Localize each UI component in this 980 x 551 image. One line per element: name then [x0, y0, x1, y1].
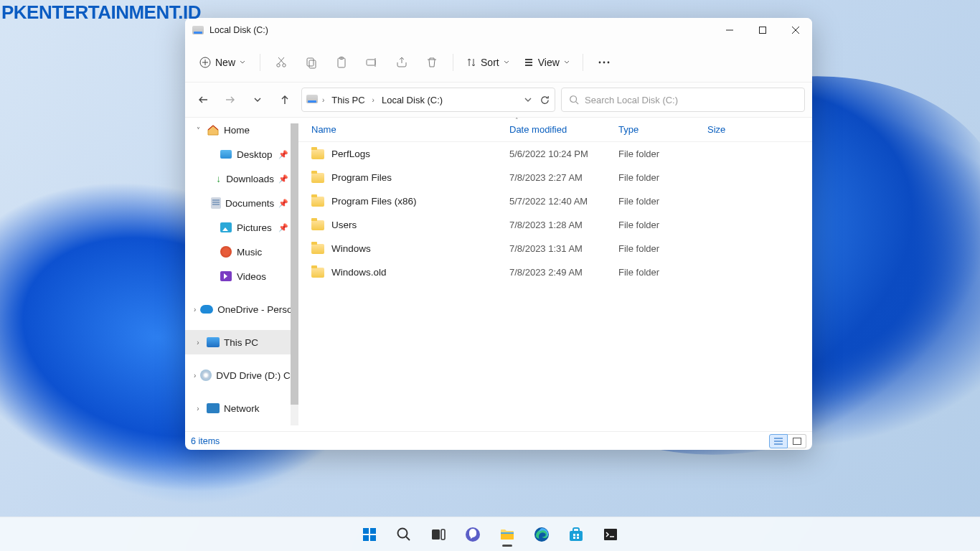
- file-row[interactable]: Windows.old7/8/2023 2:49 AMFile folder: [298, 260, 812, 284]
- taskbar-search[interactable]: [389, 520, 419, 549]
- minimize-button[interactable]: [713, 18, 746, 42]
- nav-item-desktop[interactable]: Desktop📌: [185, 142, 298, 166]
- title-bar[interactable]: Local Disk (C:): [185, 18, 812, 42]
- nav-item-label: OneDrive - Perso: [217, 304, 292, 315]
- nav-item-downloads[interactable]: ↓Downloads📌: [185, 166, 298, 191]
- thumbnails-view-button[interactable]: [788, 434, 806, 448]
- nav-item-label: Network: [224, 403, 260, 414]
- new-label: New: [215, 57, 235, 68]
- ellipsis-icon: [598, 61, 610, 64]
- svg-rect-27: [577, 534, 579, 536]
- taskbar-start[interactable]: [354, 520, 385, 549]
- svg-rect-14: [363, 528, 369, 534]
- chevron-down-icon: [564, 60, 570, 65]
- nav-item-music[interactable]: Music: [185, 240, 298, 264]
- search-icon: [396, 527, 412, 542]
- address-bar[interactable]: › This PC › Local Disk (C:): [301, 88, 555, 112]
- file-row[interactable]: Windows7/8/2023 1:31 AMFile folder: [298, 237, 812, 260]
- delete-button[interactable]: [418, 50, 446, 75]
- nav-item-onedrive-perso[interactable]: ›OneDrive - Perso: [185, 297, 298, 321]
- folder-icon: [311, 244, 324, 254]
- start-icon: [361, 526, 378, 543]
- nav-item-label: Desktop: [237, 149, 273, 160]
- paste-button[interactable]: [328, 50, 355, 75]
- file-name: Program Files (x86): [331, 196, 417, 207]
- view-button[interactable]: View: [518, 52, 575, 72]
- navigation-pane[interactable]: ˅HomeDesktop📌↓Downloads📌Documents📌Pictur…: [185, 118, 298, 431]
- desktop-icon: [220, 148, 232, 161]
- nav-item-pictures[interactable]: Pictures📌: [185, 215, 298, 240]
- close-button[interactable]: [779, 18, 812, 42]
- breadcrumb-local-disk[interactable]: Local Disk (C:): [379, 92, 446, 108]
- arrow-left-icon: [197, 94, 209, 105]
- copy-button[interactable]: [298, 50, 325, 75]
- svg-rect-20: [441, 529, 445, 540]
- taskbar-edge[interactable]: [527, 520, 557, 549]
- window-icon: [192, 24, 204, 36]
- column-size[interactable]: Size: [707, 124, 765, 135]
- nav-item-label: Music: [237, 247, 262, 258]
- onedrive-icon: [200, 303, 213, 316]
- nav-item-this-pc[interactable]: ›This PC: [185, 330, 298, 354]
- rename-button[interactable]: [358, 50, 385, 75]
- task-view-icon: [430, 527, 446, 542]
- column-name[interactable]: Name: [311, 124, 509, 135]
- file-name: Windows.old: [331, 267, 387, 278]
- taskbar-task-view[interactable]: [423, 520, 453, 549]
- file-date: 5/7/2022 12:40 AM: [509, 196, 618, 207]
- svg-rect-30: [604, 529, 617, 540]
- chevron-down-icon: [504, 60, 509, 65]
- share-button[interactable]: [388, 50, 415, 75]
- command-bar: New Sort View: [185, 42, 812, 83]
- taskbar-terminal[interactable]: [595, 520, 626, 549]
- search-box[interactable]: [561, 88, 805, 112]
- recent-button[interactable]: [247, 89, 268, 110]
- svg-point-2: [277, 63, 280, 66]
- chevron-right-icon: ›: [371, 96, 376, 104]
- arrow-right-icon: [225, 94, 236, 105]
- view-icon: [524, 57, 534, 67]
- nav-item-home[interactable]: ˅Home: [185, 118, 298, 142]
- more-button[interactable]: [590, 50, 618, 75]
- file-row[interactable]: Program Files (x86)5/7/2022 12:40 AMFile…: [298, 189, 812, 213]
- taskbar-file-explorer[interactable]: [492, 520, 522, 549]
- scrollbar-thumb[interactable]: [291, 123, 298, 405]
- column-date[interactable]: Date modified: [509, 124, 618, 135]
- nav-item-documents[interactable]: Documents📌: [185, 191, 298, 215]
- chevron-down-icon[interactable]: [524, 95, 532, 104]
- dvd-icon: [200, 369, 212, 382]
- back-button[interactable]: [192, 89, 214, 110]
- file-row[interactable]: PerfLogs5/6/2022 10:24 PMFile folder: [298, 142, 812, 166]
- nav-item-dvd-drive-d-c0[interactable]: ›DVD Drive (D:) C0: [185, 363, 298, 387]
- forward-button[interactable]: [220, 89, 241, 110]
- up-button[interactable]: [274, 89, 296, 110]
- file-date: 5/6/2022 10:24 PM: [509, 149, 618, 159]
- delete-icon: [425, 56, 438, 69]
- svg-rect-19: [432, 529, 440, 540]
- file-name: Windows: [331, 243, 371, 254]
- sort-label: Sort: [481, 57, 499, 68]
- file-row[interactable]: Program Files7/8/2023 2:27 AMFile folder: [298, 166, 812, 189]
- view-label: View: [538, 57, 560, 68]
- cut-button[interactable]: [268, 50, 295, 75]
- breadcrumb-this-pc[interactable]: This PC: [329, 92, 367, 108]
- file-rows: PerfLogs5/6/2022 10:24 PMFile folderProg…: [298, 142, 812, 431]
- nav-item-network[interactable]: ›Network: [185, 396, 298, 420]
- file-explorer-icon: [499, 526, 516, 543]
- column-type[interactable]: Type: [618, 124, 707, 135]
- sort-button[interactable]: Sort: [461, 52, 515, 72]
- svg-rect-26: [573, 534, 575, 536]
- new-button[interactable]: New: [192, 52, 253, 72]
- details-view-button[interactable]: [769, 434, 788, 448]
- nav-item-label: Videos: [237, 271, 266, 282]
- maximize-button[interactable]: [746, 18, 779, 42]
- search-input[interactable]: [585, 95, 797, 105]
- taskbar-chat[interactable]: [458, 520, 488, 549]
- folder-icon: [311, 197, 324, 207]
- taskbar-store[interactable]: [561, 520, 591, 549]
- refresh-icon[interactable]: [540, 95, 550, 105]
- nav-item-videos[interactable]: Videos: [185, 264, 298, 288]
- address-row: › This PC › Local Disk (C:): [185, 83, 812, 117]
- videos-icon: [220, 270, 232, 283]
- file-row[interactable]: Users7/8/2023 1:28 AMFile folder: [298, 213, 812, 237]
